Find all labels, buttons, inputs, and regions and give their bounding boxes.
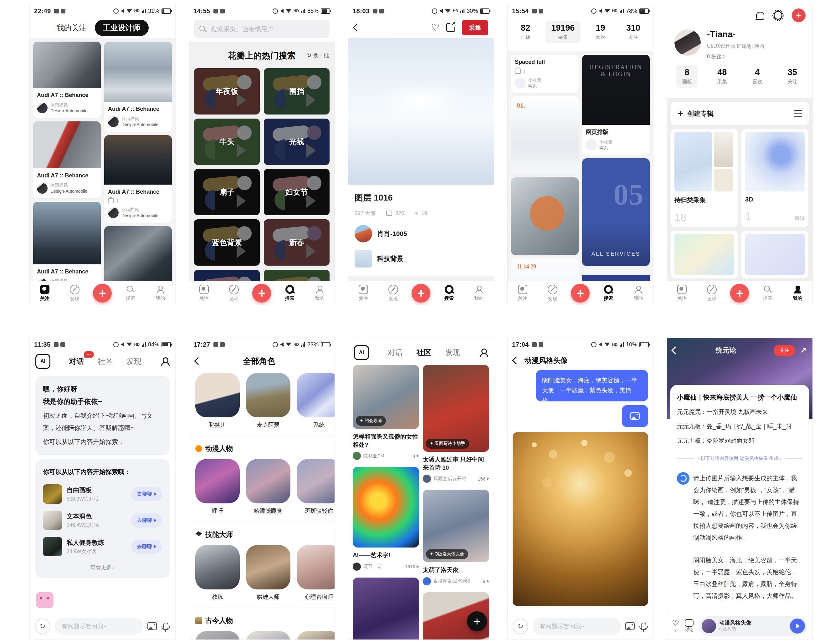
share-icon[interactable]: ↗	[800, 346, 807, 355]
back-icon[interactable]	[353, 23, 360, 31]
post-image[interactable]: ✦ 动漫风格头像	[353, 577, 419, 639]
go-chat-button[interactable]: 去聊聊	[131, 514, 162, 527]
role-item[interactable]: 哄娃大师	[246, 545, 290, 601]
nav-item-search[interactable]: 搜索	[279, 285, 301, 301]
history-refresh-icon[interactable]: ↻	[35, 619, 50, 634]
role-item[interactable]: 孙笑川	[195, 373, 240, 429]
hot-search-tag[interactable]: 围挡	[264, 68, 329, 115]
comment-action[interactable]: 评论	[685, 619, 694, 633]
tab-发现[interactable]: 发现	[127, 357, 142, 366]
nav-item-follow[interactable]: 关注	[511, 285, 534, 302]
pin-card[interactable]: REGISTRATION& LOGIN网页排版小牧量网页	[582, 55, 650, 155]
back-icon[interactable]	[512, 357, 520, 364]
history-refresh-icon[interactable]: ↻	[512, 619, 528, 634]
pin-card[interactable]: Audi A7 :: Behance沐雨栉风Design-Automobile	[33, 202, 101, 281]
pin-author-row[interactable]: 肖肖-1005	[355, 225, 488, 243]
nav-item-search[interactable]: 搜索	[756, 285, 779, 301]
nav-item-profile[interactable]: 我的	[467, 285, 490, 301]
chat-input[interactable]	[61, 623, 137, 630]
hot-search-tag[interactable]: 牛头	[194, 118, 260, 165]
pin-image[interactable]	[33, 42, 101, 88]
hot-search-tag[interactable]: 扇子	[194, 169, 260, 215]
bot-chat-entry[interactable]: 动漫风格头像 66次对话	[699, 616, 808, 636]
hot-search-tag[interactable]: 蓝色背景	[194, 219, 260, 266]
gear-icon[interactable]	[774, 11, 782, 20]
pin-card[interactable]: 05ALL SERVICES	[582, 158, 650, 266]
album-card[interactable]: 待归类采集18	[671, 129, 738, 227]
profile-followers[interactable]: 0 粉丝 >	[707, 54, 764, 60]
profile-icon[interactable]	[160, 357, 170, 366]
like-heart-icon[interactable]: ♡	[431, 23, 439, 32]
create-pin-button[interactable]: +	[412, 284, 430, 303]
follow-button[interactable]: 关注	[774, 345, 795, 357]
create-pin-button[interactable]: +	[730, 284, 749, 303]
pin-card[interactable]	[511, 177, 579, 255]
role-item[interactable]: 呼吁	[195, 459, 240, 515]
send-button[interactable]	[790, 619, 805, 634]
profile-icon[interactable]	[479, 348, 488, 357]
nav-item-follow[interactable]: 关注	[352, 285, 375, 302]
generated-image[interactable]	[512, 432, 648, 606]
community-card[interactable]: ✦ 看图写诗小助手太诱人难过审 只好中间来首诗 10风雨之后云开时156	[423, 365, 489, 483]
refresh-batch-button[interactable]: ↻ 换一批	[307, 52, 329, 59]
suggestion-row[interactable]: 私人健身教练24.9W次对话去聊聊	[43, 537, 162, 556]
add-button[interactable]: +	[792, 8, 806, 22]
album-card[interactable]	[741, 231, 808, 279]
pin-board-row[interactable]: 科技背景	[355, 250, 488, 268]
pin-user-row[interactable]: 沐雨栉风Design-Automobile	[37, 182, 97, 194]
pin-user-row[interactable]: 沐雨栉风Design-Automobile	[37, 102, 97, 113]
nav-item-profile[interactable]: 我的	[308, 285, 331, 301]
nav-item-discover[interactable]: 发现	[63, 285, 86, 302]
tab-industrial-designer[interactable]: 工业设计师	[95, 20, 149, 36]
suggestion-row[interactable]: 自由画板500.9W次对话去聊聊	[43, 484, 162, 504]
pin-card[interactable]	[582, 269, 650, 281]
create-pin-button[interactable]: +	[252, 284, 271, 303]
go-chat-button[interactable]: 去聊聊	[131, 487, 162, 501]
pin-user-row[interactable]: 沐雨栉风Design-Automobile	[108, 116, 168, 127]
pin-card[interactable]: Audi A7 :: Behance沐雨栉风Design-Automobile	[33, 122, 101, 198]
pin-card[interactable]: Spaced full1小牧量网页	[511, 55, 579, 93]
mic-icon[interactable]	[641, 623, 646, 630]
back-icon[interactable]	[671, 346, 679, 354]
tab-对话[interactable]: 对话	[388, 348, 403, 358]
role-item[interactable]: 哈睡觉睡觉	[246, 459, 290, 515]
avatar[interactable]	[675, 29, 701, 56]
pin-image[interactable]	[104, 42, 172, 102]
role-item[interactable]: 百科鲁迅	[246, 631, 290, 639]
list-view-icon[interactable]	[794, 110, 802, 117]
community-card[interactable]: ✦ 动漫风格头像小魔仙｜快来海底捞美人 一捞一个小魔仙统元论66	[353, 577, 419, 639]
role-item[interactable]: 麦克阿瑟	[246, 373, 290, 429]
nav-item-follow[interactable]: 关注	[193, 285, 215, 302]
album-card[interactable]: 3D1编辑	[741, 129, 808, 227]
stat-喜欢[interactable]: 19喜欢	[590, 21, 611, 43]
create-post-button[interactable]: +	[467, 611, 487, 631]
bell-icon[interactable]	[756, 12, 764, 19]
pin-image[interactable]	[33, 202, 101, 264]
photo-icon[interactable]	[148, 622, 157, 630]
hot-search-tag[interactable]: 新春	[264, 219, 329, 266]
nav-item-discover[interactable]: 发现	[382, 285, 404, 302]
community-card[interactable]: Ai——艺术字!花宫一语1619	[353, 467, 419, 571]
nav-item-search[interactable]: 搜索	[438, 285, 461, 301]
post-image[interactable]: ✦ 看图写诗小助手	[423, 365, 489, 452]
hot-search-tag[interactable]: 年夜饭	[194, 68, 260, 115]
role-item[interactable]: 文静小丫头	[195, 631, 240, 639]
stat-关注[interactable]: 35关注	[782, 65, 803, 88]
tab-发现[interactable]: 发现	[445, 348, 461, 358]
pin-card[interactable]: Audi A7 :: Behance沐雨栉风Design-Automobile	[104, 42, 172, 132]
role-item[interactable]: 百科苏轼	[297, 631, 334, 639]
pin-card[interactable]: 11 14 29	[511, 258, 579, 281]
nav-item-discover[interactable]: 发现	[701, 285, 723, 302]
nav-item-discover[interactable]: 发现	[222, 285, 245, 302]
suggestion-row[interactable]: 文本润色146.4W次对话去聊聊	[43, 511, 162, 530]
pin-user-row[interactable]: 小牧量网页	[586, 139, 646, 151]
nav-item-profile[interactable]: 我的	[786, 285, 809, 301]
nav-item-search[interactable]: 搜索	[597, 285, 619, 301]
nav-item-profile[interactable]: 我的	[149, 285, 172, 301]
collect-button[interactable]: 采集	[462, 20, 488, 36]
post-image[interactable]: ✦ 约会导师	[353, 365, 419, 429]
pin-image[interactable]: REGISTRATION& LOGIN	[582, 55, 650, 125]
share-icon[interactable]	[446, 23, 455, 32]
stat-采集[interactable]: 48采集	[711, 65, 733, 88]
tab-社区[interactable]: 社区	[417, 348, 431, 358]
